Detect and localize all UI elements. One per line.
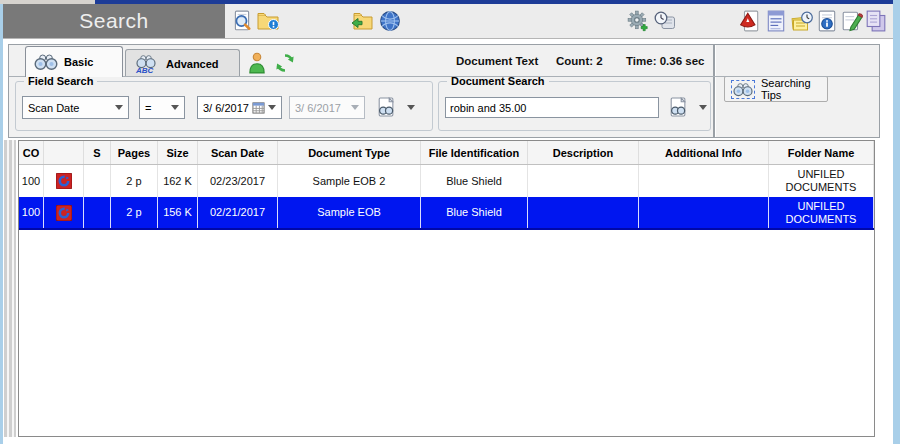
cell-document-type: Sample EOB	[278, 197, 421, 228]
tabstrip-baseline	[9, 76, 879, 77]
search-time: Time: 0.36 sec	[626, 55, 704, 67]
cell-file-identification: Blue Shield	[421, 197, 528, 228]
cell-size: 162 K	[158, 165, 198, 197]
field-select[interactable]: Scan Date	[22, 96, 129, 119]
column-header-size[interactable]: Size	[158, 141, 198, 164]
document-edit-icon[interactable]	[841, 10, 863, 32]
document-search-preview-icon[interactable]	[231, 10, 253, 32]
left-splitter-handle[interactable]	[4, 140, 16, 437]
field-search-group: Field Search Scan Date = 3/ 6/2017 3/ 6/…	[15, 81, 433, 131]
cell-s	[84, 165, 111, 197]
cell-scan-date: 02/21/2017	[198, 197, 278, 228]
table-row[interactable]: 100 2 p 162 K 02/23/2017 Sample EOB 2 Bl…	[19, 165, 874, 197]
refresh-icon[interactable]	[274, 52, 296, 74]
column-header-pages[interactable]: Pages	[111, 141, 158, 164]
column-header-co[interactable]: CO	[19, 141, 44, 164]
cell-co: 100	[19, 197, 44, 228]
searching-tips-label: Searching Tips	[761, 77, 821, 101]
search-panel: Basic ABC Advanced Document Text Count: …	[8, 44, 880, 138]
document-search-group: Document Search	[438, 81, 711, 131]
page-title: Search	[3, 4, 225, 38]
cell-folder-name: UNFILED DOCUMENTS	[769, 165, 874, 197]
cell-icon	[44, 197, 84, 228]
column-header-additional-info[interactable]: Additional Info	[639, 141, 769, 164]
run-document-search-button[interactable]	[664, 95, 690, 120]
window-left-border	[0, 4, 3, 444]
cell-icon	[44, 165, 84, 197]
search-window: Search	[0, 0, 900, 444]
cell-co: 100	[19, 165, 44, 197]
date-to-value: 3/ 6/2017	[295, 102, 341, 114]
chevron-down-icon	[268, 105, 276, 110]
grid-header-row: CO S Pages Size Scan Date Document Type …	[19, 141, 874, 165]
chevron-down-icon	[407, 105, 415, 110]
cell-pages: 2 p	[111, 165, 158, 197]
document-text-label: Document Text	[456, 55, 538, 67]
operator-select-value: =	[145, 102, 151, 114]
main-toolbar: Search	[3, 4, 893, 39]
document-copy-icon[interactable]	[865, 10, 887, 32]
cell-description	[528, 165, 639, 197]
search-history-icon[interactable]	[654, 10, 676, 32]
panel-divider	[713, 45, 716, 137]
operator-select[interactable]: =	[139, 96, 185, 119]
document-search-input[interactable]	[445, 97, 659, 118]
document-report-icon[interactable]	[765, 10, 787, 32]
chevron-down-icon	[351, 105, 359, 110]
column-header-folder-name[interactable]: Folder Name	[769, 141, 874, 164]
date-from-picker[interactable]: 3/ 6/2017	[197, 96, 282, 119]
window-right-border	[893, 0, 900, 444]
results-grid: CO S Pages Size Scan Date Document Type …	[18, 140, 875, 437]
cell-s	[84, 197, 111, 228]
document-search-options-dropdown[interactable]	[696, 100, 710, 114]
tab-basic-label: Basic	[64, 56, 93, 68]
cell-description	[528, 197, 639, 228]
user-icon[interactable]	[246, 52, 268, 74]
cell-document-type: Sample EOB 2	[278, 165, 421, 197]
document-viewer-icon	[56, 173, 72, 189]
document-viewer-icon	[56, 205, 72, 221]
folder-info-icon[interactable]	[257, 10, 279, 32]
web-search-icon[interactable]	[379, 10, 401, 32]
calendar-icon	[252, 101, 265, 114]
document-notes-icon[interactable]	[791, 10, 813, 32]
date-to-picker[interactable]: 3/ 6/2017	[289, 96, 365, 119]
cell-size: 156 K	[158, 197, 198, 228]
column-header-description[interactable]: Description	[528, 141, 639, 164]
pdf-export-icon[interactable]	[739, 10, 761, 32]
result-count: Count: 2	[556, 55, 603, 67]
chevron-down-icon	[171, 105, 179, 110]
column-header-icon[interactable]	[44, 141, 84, 164]
tab-advanced-label: Advanced	[166, 58, 219, 70]
date-from-value: 3/ 6/2017	[203, 102, 249, 114]
field-search-options-dropdown[interactable]	[404, 100, 418, 114]
binoculars-icon	[34, 53, 58, 71]
cell-additional-info	[639, 165, 769, 197]
chevron-down-icon	[699, 105, 707, 110]
chevron-down-icon	[115, 105, 123, 110]
document-info-icon[interactable]	[816, 10, 838, 32]
column-header-scan-date[interactable]: Scan Date	[198, 141, 278, 164]
column-header-document-type[interactable]: Document Type	[278, 141, 421, 164]
binoculars-abc-icon: ABC	[134, 54, 160, 74]
run-field-search-button[interactable]	[372, 95, 398, 120]
searching-tips-button[interactable]: Searching Tips	[724, 76, 828, 102]
table-row-selected[interactable]: 100 2 p 156 K 02/21/2017 Sample EOB Blue…	[19, 197, 874, 230]
column-header-file-identification[interactable]: File Identification	[421, 141, 528, 164]
binoculars-icon	[731, 80, 755, 99]
tab-advanced[interactable]: ABC Advanced	[125, 49, 240, 77]
folder-export-icon[interactable]	[351, 10, 373, 32]
cell-folder-name: UNFILED DOCUMENTS	[769, 197, 874, 228]
settings-add-icon[interactable]	[627, 10, 649, 32]
column-header-s[interactable]: S	[84, 141, 111, 164]
cell-scan-date: 02/23/2017	[198, 165, 278, 197]
cell-additional-info	[639, 197, 769, 228]
cell-pages: 2 p	[111, 197, 158, 228]
tab-basic[interactable]: Basic	[25, 46, 123, 77]
cell-file-identification: Blue Shield	[421, 165, 528, 197]
field-select-value: Scan Date	[28, 102, 79, 114]
